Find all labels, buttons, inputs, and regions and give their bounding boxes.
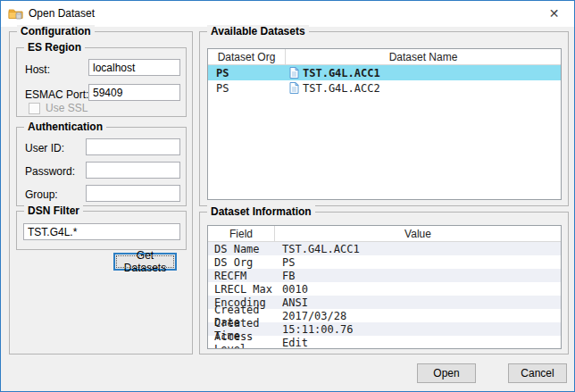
dsn-filter-group-label: DSN Filter bbox=[24, 204, 83, 217]
column-header-field[interactable]: Field bbox=[208, 226, 275, 241]
dsn-filter-group: DSN Filter bbox=[16, 211, 187, 250]
dataset-information-group: Dataset Information Field Value DS Name … bbox=[199, 212, 569, 354]
password-label: Password: bbox=[25, 165, 75, 178]
dataset-information-group-label: Dataset Information bbox=[207, 205, 315, 218]
dsn-filter-input[interactable] bbox=[23, 223, 180, 240]
es-region-group-label: ES Region bbox=[24, 41, 85, 54]
dataset-name-cell: TST.G4L.ACC1 bbox=[286, 67, 561, 79]
open-dataset-dialog: Open Dataset ✕ Configuration ES Region H… bbox=[0, 0, 575, 392]
cancel-button[interactable]: Cancel bbox=[508, 363, 567, 383]
group-input[interactable] bbox=[86, 185, 180, 202]
use-ssl-row: Use SSL bbox=[29, 102, 88, 114]
open-button[interactable]: Open bbox=[417, 363, 476, 383]
column-header-dataset-org[interactable]: Dataset Org bbox=[208, 49, 286, 64]
host-input[interactable] bbox=[88, 59, 180, 76]
window-title: Open Dataset bbox=[29, 7, 95, 20]
document-icon bbox=[289, 67, 299, 79]
available-datasets-group: Available Datasets Dataset Org Dataset N… bbox=[199, 31, 569, 206]
group-label: Group: bbox=[25, 188, 58, 201]
esmac-port-label: ESMAC Port: bbox=[25, 88, 88, 101]
available-datasets-group-label: Available Datasets bbox=[207, 25, 309, 38]
app-folder-icon bbox=[8, 6, 23, 21]
authentication-group-label: Authentication bbox=[24, 121, 106, 133]
dataset-information-list: Field Value DS Name TST.G4L.ACC1 DS Org … bbox=[207, 225, 562, 349]
dataset-org-cell: PS bbox=[208, 82, 286, 95]
available-datasets-header: Dataset Org Dataset Name bbox=[208, 49, 561, 65]
column-header-dataset-name[interactable]: Dataset Name bbox=[286, 49, 561, 64]
password-input[interactable] bbox=[86, 162, 180, 179]
user-id-input[interactable] bbox=[86, 138, 180, 155]
dataset-row-selected[interactable]: PS TST.G4L.ACC1 bbox=[208, 65, 561, 80]
use-ssl-label: Use SSL bbox=[46, 102, 88, 114]
host-label: Host: bbox=[25, 63, 50, 76]
info-row: DS Name TST.G4L.ACC1 bbox=[208, 242, 561, 255]
dataset-information-rows: DS Name TST.G4L.ACC1 DS Org PS RECFM FB … bbox=[208, 242, 561, 349]
dataset-row[interactable]: PS TST.G4L.ACC2 bbox=[208, 80, 561, 96]
user-id-label: User ID: bbox=[25, 142, 64, 154]
esmac-port-input[interactable] bbox=[88, 84, 180, 101]
info-row: RECFM FB bbox=[208, 269, 561, 282]
configuration-group-label: Configuration bbox=[17, 25, 95, 38]
title-bar[interactable]: Open Dataset ✕ bbox=[1, 1, 574, 27]
document-icon bbox=[289, 82, 299, 94]
configuration-group: Configuration ES Region Host: ESMAC Port… bbox=[9, 31, 193, 354]
es-region-group: ES Region Host: ESMAC Port: Use SSL bbox=[16, 47, 187, 117]
info-row: DS Org PS bbox=[208, 255, 561, 269]
info-row: LRECL Max 0010 bbox=[208, 282, 561, 296]
dataset-information-header: Field Value bbox=[208, 226, 561, 242]
dataset-name-cell: TST.G4L.ACC2 bbox=[286, 82, 561, 95]
get-datasets-button[interactable]: Get Datasets bbox=[113, 253, 177, 271]
authentication-group: Authentication User ID: Password: Group: bbox=[16, 127, 187, 206]
dataset-org-cell: PS bbox=[208, 67, 286, 79]
use-ssl-checkbox bbox=[29, 103, 40, 114]
info-row: Access Level Edit bbox=[208, 336, 561, 349]
close-icon[interactable]: ✕ bbox=[534, 1, 574, 26]
available-datasets-list: Dataset Org Dataset Name PS TST.G4L.ACC1… bbox=[207, 48, 562, 200]
column-header-value[interactable]: Value bbox=[275, 226, 561, 241]
